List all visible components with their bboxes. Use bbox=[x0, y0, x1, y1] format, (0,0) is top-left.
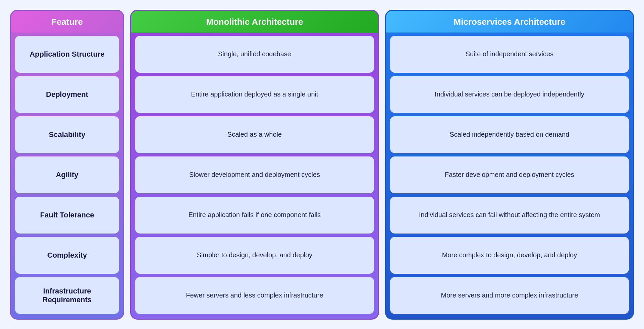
monolithic-cell-3: Slower development and deployment cycles bbox=[135, 156, 374, 193]
microservices-cell-0: Suite of independent services bbox=[390, 36, 629, 73]
monolithic-cell-2: Scaled as a whole bbox=[135, 116, 374, 153]
feature-cell-3: Agility bbox=[15, 156, 119, 193]
feature-column: Feature Application StructureDeploymentS… bbox=[10, 10, 124, 320]
microservices-cell-3: Faster development and deployment cycles bbox=[390, 156, 629, 193]
monolithic-cells: Single, unified codebaseEntire applicati… bbox=[131, 36, 378, 314]
microservices-header: Microservices Architecture bbox=[386, 11, 633, 32]
microservices-cell-2: Scaled independently based on demand bbox=[390, 116, 629, 153]
monolithic-cell-1: Entire application deployed as a single … bbox=[135, 76, 374, 113]
monolithic-header: Monolithic Architecture bbox=[131, 11, 378, 32]
monolithic-cell-6: Fewer servers and less complex infrastru… bbox=[135, 277, 374, 314]
microservices-cell-6: More servers and more complex infrastruc… bbox=[390, 277, 629, 314]
feature-cell-5: Complexity bbox=[15, 237, 119, 274]
monolithic-column: Monolithic Architecture Single, unified … bbox=[130, 10, 379, 320]
monolithic-cell-5: Simpler to design, develop, and deploy bbox=[135, 237, 374, 274]
monolithic-cell-4: Entire application fails if one componen… bbox=[135, 197, 374, 234]
feature-cell-6: Infrastructure Requirements bbox=[15, 277, 119, 314]
feature-cell-0: Application Structure bbox=[15, 36, 119, 73]
microservices-cell-5: More complex to design, develop, and dep… bbox=[390, 237, 629, 274]
monolithic-cell-0: Single, unified codebase bbox=[135, 36, 374, 73]
feature-cell-2: Scalability bbox=[15, 116, 119, 153]
feature-cell-1: Deployment bbox=[15, 76, 119, 113]
feature-cell-4: Fault Tolerance bbox=[15, 197, 119, 234]
feature-cells: Application StructureDeploymentScalabili… bbox=[11, 36, 123, 314]
comparison-table: Feature Application StructureDeploymentS… bbox=[10, 10, 634, 320]
microservices-cells: Suite of independent servicesIndividual … bbox=[386, 36, 633, 314]
microservices-cell-1: Individual services can be deployed inde… bbox=[390, 76, 629, 113]
feature-header: Feature bbox=[11, 11, 123, 32]
microservices-column: Microservices Architecture Suite of inde… bbox=[385, 10, 634, 320]
microservices-cell-4: Individual services can fail without aff… bbox=[390, 197, 629, 234]
